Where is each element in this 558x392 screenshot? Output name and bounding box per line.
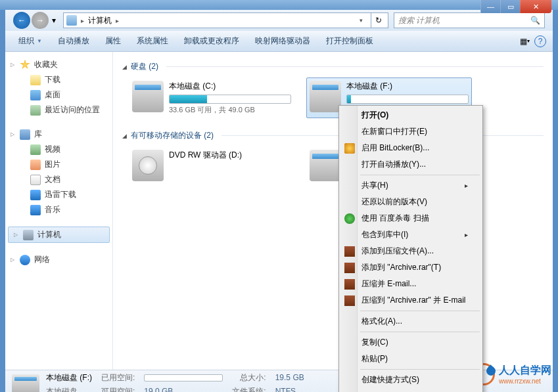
recent-icon xyxy=(30,105,41,116)
hdd-icon xyxy=(310,81,341,112)
menu-rename[interactable]: 重命名(M) xyxy=(340,388,481,392)
menu-open[interactable]: 打开(O) xyxy=(340,107,481,123)
status-drive-type: 本地磁盘 xyxy=(46,386,92,393)
sidebar-item-recent[interactable]: 最近访问的位置 xyxy=(5,102,112,118)
breadcrumb-sep-icon: ▸ xyxy=(81,17,84,24)
history-dropdown[interactable]: ▾ xyxy=(50,16,58,25)
close-button[interactable]: ✕ xyxy=(520,0,551,13)
section-hard-disks[interactable]: ◢硬盘 (2) xyxy=(122,58,544,75)
address-dropdown[interactable]: ▾ xyxy=(355,17,367,24)
status-used-label: 已用空间: xyxy=(101,372,135,383)
forward-button[interactable]: → xyxy=(32,12,49,29)
watermark-text: 人人自学网 xyxy=(499,364,551,376)
sidebar-item-pictures[interactable]: 图片 xyxy=(5,157,112,172)
antivirus-icon xyxy=(344,213,355,224)
drive-name: DVD RW 驱动器 (D:) xyxy=(169,150,291,161)
drive-capacity-text: 33.6 GB 可用，共 49.0 GB xyxy=(169,105,291,115)
winrar-icon xyxy=(344,263,355,273)
map-network-drive-button[interactable]: 映射网络驱动器 xyxy=(248,33,317,49)
menu-create-shortcut[interactable]: 创建快捷方式(S) xyxy=(340,372,481,388)
menu-open-new-window[interactable]: 在新窗口中打开(E) xyxy=(340,123,481,140)
menu-compress-rar-email[interactable]: 压缩到 "Archive.rar" 并 E-mail xyxy=(340,292,481,309)
dvd-icon xyxy=(132,150,164,181)
status-free-value: 19.0 GB xyxy=(144,387,223,392)
picture-icon xyxy=(30,160,41,170)
search-input[interactable]: 搜索 计算机 🔍 xyxy=(394,12,545,28)
document-icon xyxy=(30,175,41,185)
computer-icon xyxy=(66,15,77,26)
drive-c[interactable]: 本地磁盘 (C:) 33.6 GB 可用，共 49.0 GB xyxy=(129,77,294,118)
status-total-value: 19.5 GB xyxy=(275,373,304,382)
drive-dvd[interactable]: DVD RW 驱动器 (D:) xyxy=(129,146,294,185)
minimize-button[interactable]: — xyxy=(480,0,500,13)
uninstall-programs-button[interactable]: 卸载或更改程序 xyxy=(177,33,246,49)
help-button[interactable]: ? xyxy=(534,35,546,47)
network-icon xyxy=(20,255,30,265)
desktop-icon xyxy=(30,90,41,100)
favorites-group[interactable]: ▷收藏夹 xyxy=(5,57,112,72)
sidebar-item-desktop[interactable]: 桌面 xyxy=(5,87,112,102)
system-properties-button[interactable]: 系统属性 xyxy=(130,33,175,49)
video-icon xyxy=(30,144,41,155)
menu-baidu-scan[interactable]: 使用 百度杀毒 扫描 xyxy=(340,210,481,227)
status-total-label: 总大小: xyxy=(232,372,266,383)
address-bar[interactable]: ▸ 计算机 ▸ ▾ ↻ xyxy=(63,12,388,28)
organize-menu[interactable]: 组织▼ xyxy=(12,33,49,49)
properties-button[interactable]: 属性 xyxy=(99,33,128,49)
view-options-button[interactable]: ▦▾ xyxy=(517,34,532,49)
status-used-bar xyxy=(144,374,223,381)
libraries-group[interactable]: ▷库 xyxy=(5,127,112,142)
menu-format[interactable]: 格式化(A)... xyxy=(340,313,481,330)
status-fs-value: NTFS xyxy=(275,387,304,392)
computer-icon xyxy=(23,230,34,240)
star-icon xyxy=(20,60,30,70)
navigation-sidebar: ▷收藏夹 下载 桌面 最近访问的位置 ▷库 视频 图片 文档 迅雷下载 音乐 ▷… xyxy=(5,52,113,370)
hdd-icon xyxy=(12,374,39,393)
back-button[interactable]: ← xyxy=(13,12,30,29)
command-toolbar: 组织▼ 自动播放 属性 系统属性 卸载或更改程序 映射网络驱动器 打开控制面板 … xyxy=(5,31,553,52)
sidebar-item-computer[interactable]: ▷计算机 xyxy=(8,227,110,243)
status-free-label: 可用空间: xyxy=(101,386,135,393)
menu-include-library[interactable]: 包含到库中(I)▸ xyxy=(340,227,481,243)
menu-compress-email[interactable]: 压缩并 E-mail... xyxy=(340,276,481,292)
open-control-panel-button[interactable]: 打开控制面板 xyxy=(319,33,380,49)
menu-autoplay[interactable]: 打开自动播放(Y)... xyxy=(340,156,481,173)
refresh-button[interactable]: ↻ xyxy=(371,13,385,28)
watermark: 人人自学网 www.rrzxw.net xyxy=(473,363,551,385)
xunlei-icon xyxy=(30,190,41,200)
menu-paste[interactable]: 粘贴(P) xyxy=(340,351,481,367)
menu-share[interactable]: 共享(H)▸ xyxy=(340,177,481,194)
sidebar-item-xunlei[interactable]: 迅雷下载 xyxy=(5,187,112,202)
search-icon: 🔍 xyxy=(530,16,540,25)
folder-icon xyxy=(30,75,41,85)
sidebar-item-videos[interactable]: 视频 xyxy=(5,142,112,157)
menu-add-to-archive-rar[interactable]: 添加到 "Archive.rar"(T) xyxy=(340,259,481,276)
search-placeholder: 搜索 计算机 xyxy=(398,15,440,26)
menu-restore-previous[interactable]: 还原以前的版本(V) xyxy=(340,194,481,210)
winrar-icon xyxy=(344,295,355,306)
autoplay-button[interactable]: 自动播放 xyxy=(51,33,96,49)
music-icon xyxy=(30,205,41,215)
sidebar-item-downloads[interactable]: 下载 xyxy=(5,72,112,87)
menu-bitlocker[interactable]: 启用 BitLocker(B)... xyxy=(340,140,481,156)
menu-copy[interactable]: 复制(C) xyxy=(340,334,481,351)
status-fs-label: 文件系统: xyxy=(232,386,266,393)
status-drive-name: 本地磁盘 (F:) xyxy=(46,372,92,383)
sidebar-item-music[interactable]: 音乐 xyxy=(5,202,112,217)
capacity-bar xyxy=(169,95,291,104)
winrar-icon xyxy=(344,279,355,290)
breadcrumb-root[interactable]: 计算机 xyxy=(88,15,112,26)
titlebar xyxy=(0,0,558,10)
menu-add-to-archive[interactable]: 添加到压缩文件(A)... xyxy=(340,243,481,259)
sidebar-item-documents[interactable]: 文档 xyxy=(5,172,112,187)
winrar-icon xyxy=(344,246,355,257)
shield-icon xyxy=(344,143,355,154)
watermark-url: www.rrzxw.net xyxy=(499,378,551,385)
hdd-icon xyxy=(132,81,164,112)
window-controls: — ▭ ✕ xyxy=(480,0,551,13)
library-icon xyxy=(20,129,30,140)
maximize-button[interactable]: ▭ xyxy=(500,0,520,13)
drive-name: 本地磁盘 (F:) xyxy=(346,81,469,92)
content-pane: ◢硬盘 (2) 本地磁盘 (C:) 33.6 GB 可用，共 49.0 GB 本… xyxy=(113,52,553,370)
sidebar-item-network[interactable]: ▷网络 xyxy=(5,252,112,267)
